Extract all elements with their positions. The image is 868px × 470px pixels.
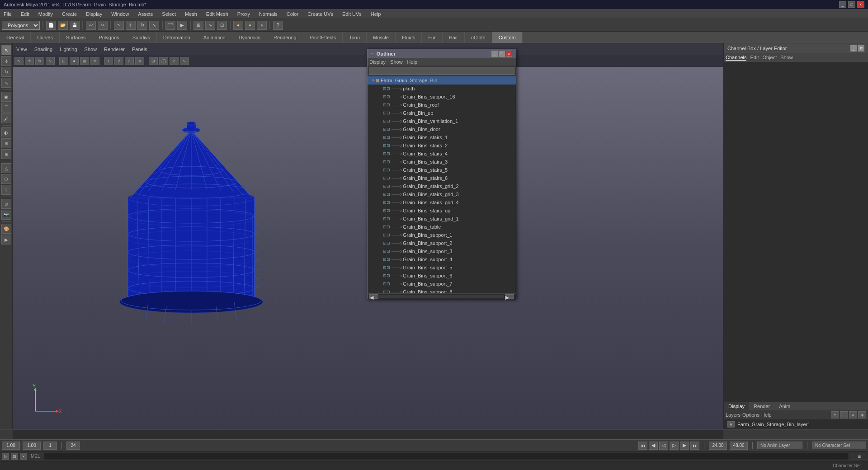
layer-opt-help[interactable]: Help [761,412,772,418]
vp-move-icon[interactable]: ✛ [25,57,34,65]
outliner-close[interactable]: × [506,51,512,57]
light-3-icon[interactable]: ● [257,21,267,30]
menu-color[interactable]: Color [285,10,300,18]
layer-select-icon[interactable]: ◈ [858,411,866,418]
tree-item-grain-bins-support-2[interactable]: ⊡⊡——o Grain_Bins_support_2 [368,239,516,247]
mel-input[interactable] [44,453,849,460]
scroll-left-btn[interactable]: ◀ [369,294,378,299]
timeline-track[interactable] [13,430,723,439]
redo-icon[interactable]: ↪ [98,21,108,30]
vp-cam2-icon[interactable]: 2 [114,57,123,65]
undo-icon[interactable]: ↩ [86,21,96,30]
snap-point-icon[interactable]: ⊡ [217,21,227,30]
outliner-maximize[interactable]: □ [499,51,505,57]
tab-render[interactable]: Render [749,402,774,410]
menu-help[interactable]: Help [369,10,383,18]
menu-display[interactable]: Display [84,10,104,18]
tree-item-grain-bins-stairs-5[interactable]: ⊡⊡——o Grain_Bins_stairs_5 [368,166,516,174]
tab-toon[interactable]: Toon [343,32,367,43]
select-tool[interactable]: ↖ [1,45,11,55]
tree-item-grain-bins-stairs-6[interactable]: ⊡⊡——o Grain_Bins_stairs_6 [368,174,516,182]
viewport-menu-renderer[interactable]: Renderer [104,47,125,52]
tab-show[interactable]: Show [780,55,793,61]
menu-modify[interactable]: Modify [37,10,55,18]
range-start-input[interactable] [2,442,20,450]
mode-selector[interactable]: Polygons [2,21,40,30]
scroll-right-btn[interactable]: ▶ [505,294,514,299]
anim-layer-selector[interactable]: No Anim Layer [757,442,802,449]
lattice-tool[interactable]: ⊞ [1,138,11,148]
menu-mesh[interactable]: Mesh [183,10,199,18]
snap-grid-icon[interactable]: ⊞ [193,21,203,30]
tab-ncloth[interactable]: nCloth [465,32,492,43]
tree-item-grain-bins-support-16[interactable]: ⊡⊡——o Grain_Bins_support_16 [368,93,516,101]
layer-opt-options[interactable]: Options [742,412,760,418]
minimize-button[interactable]: _ [839,1,846,8]
outliner-title-bar[interactable]: ≡ Outliner _ □ × [368,49,516,58]
frame-step-input[interactable] [23,442,41,450]
tree-item-grain-bins-support-6[interactable]: ⊡⊡——o Grain_Bins_support_6 [368,272,516,280]
vp-cam4-icon[interactable]: 4 [135,57,144,65]
menu-select[interactable]: Select [160,10,178,18]
polygon-tool[interactable]: △ [1,163,11,173]
outliner-menu-help[interactable]: Help [407,59,418,65]
light-1-icon[interactable]: ● [233,21,243,30]
split-tool[interactable]: ⌇ [1,185,11,195]
tab-surfaces[interactable]: Surfaces [60,32,92,43]
cluster-tool[interactable]: ⊕ [1,149,11,159]
play-fwd-btn[interactable]: ▷ [670,442,679,450]
menu-create-uvs[interactable]: Create UVs [306,10,335,18]
tree-item-grain-bins-support-5[interactable]: ⊡⊡——o Grain_Bins_support_5 [368,263,516,272]
new-file-icon[interactable]: 📄 [46,21,56,30]
menu-edit-uvs[interactable]: Edit UVs [340,10,363,18]
tab-general[interactable]: General [0,32,31,43]
goto-end-btn[interactable]: ⏭ [690,442,699,450]
move-tool[interactable]: ✛ [1,56,11,66]
select-icon[interactable]: ↖ [114,21,124,30]
goto-start-btn[interactable]: ⏮ [638,442,647,450]
menu-normals[interactable]: Normals [257,10,279,18]
vp-light-icon[interactable]: ☀ [90,57,99,65]
menu-proxy[interactable]: Proxy [236,10,252,18]
attr-editor-float[interactable]: ◩ [858,45,864,52]
menu-file[interactable]: File [2,10,14,18]
vp-rotate-icon[interactable]: ↻ [35,57,44,65]
vp-grid-icon[interactable]: ⊞ [149,57,158,65]
mel-icon[interactable]: ▷ [2,453,9,460]
tree-item-grain-bins-table[interactable]: ⊡⊡——o Grain_Bins_table [368,223,516,231]
tree-item-grain-bins-support-7[interactable]: ⊡⊡——o Grain_Bins_support_7 [368,280,516,288]
layer-attrs-icon[interactable]: ≡ [849,411,857,418]
tree-item-grain-bins-stairs-grid-1[interactable]: ⊡⊡——o Grain_Bins_stairs_grid_1 [368,215,516,223]
tab-channels[interactable]: Channels [726,55,746,61]
light-2-icon[interactable]: ● [245,21,255,30]
tab-animation[interactable]: Animation [197,32,232,43]
play-back-btn[interactable]: ◁ [659,442,668,450]
menu-assets[interactable]: Assets [136,10,155,18]
layer-new-icon[interactable]: + [831,411,839,418]
vp-texture-icon[interactable]: ⊞ [80,57,89,65]
tab-edit[interactable]: Edit [750,55,759,61]
ipr-icon-left[interactable]: ▶ [1,235,11,244]
lasso-tool[interactable]: ⌒ [1,103,11,113]
outliner-minimize[interactable]: _ [491,51,498,57]
tab-polygons[interactable]: Polygons [92,32,126,43]
move-icon[interactable]: ✛ [126,21,136,30]
current-frame-input[interactable] [43,442,57,450]
outliner-search-input[interactable] [369,67,514,75]
tab-dynamics[interactable]: Dynamics [232,32,267,43]
tree-item-plinth[interactable]: ⊡⊡——o plinth [368,85,516,93]
vp-smooth-icon[interactable]: ● [70,57,79,65]
tree-item-grain-bins-roof[interactable]: ⊡⊡——o Grain_Bins_roof [368,101,516,109]
vp-frame-all-icon[interactable]: ⤢ [170,57,179,65]
tab-muscle[interactable]: Muscle [367,32,396,43]
frame-end-input[interactable] [66,442,80,450]
outliner-tree[interactable]: ▼⊞Farm_Grain_Storage_Bin⊡⊡——o plinth⊡⊡——… [368,76,516,293]
next-frame-btn[interactable]: ▶ [680,442,689,450]
tab-anim[interactable]: Anim [774,402,795,410]
restore-button[interactable]: □ [848,1,855,8]
tab-subdivs[interactable]: Subdivs [126,32,157,43]
layer-del-icon[interactable]: - [840,411,848,418]
viewport-menu-shading[interactable]: Shading [34,47,52,52]
menu-edit[interactable]: Edit [19,10,31,18]
layer-opt-layers[interactable]: Layers [726,412,741,418]
